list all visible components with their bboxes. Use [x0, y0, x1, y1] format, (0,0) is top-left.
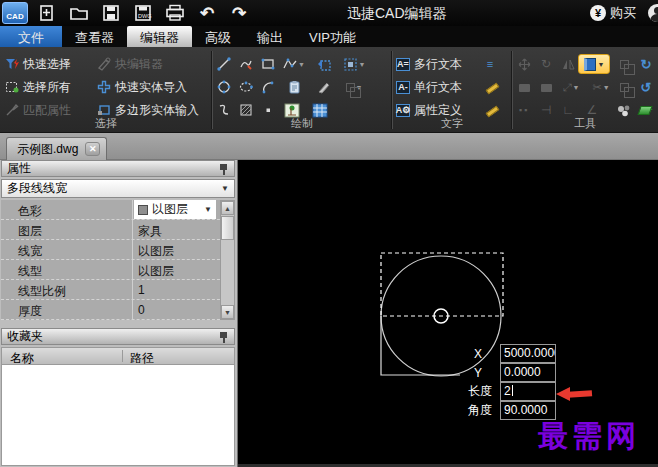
paste-block-button[interactable] — [280, 78, 308, 96]
select-all-button[interactable]: 选择所有 — [4, 78, 71, 96]
color-value-dropdown[interactable]: 以图层 ▼ — [134, 200, 216, 219]
ribbon-group-select: 快速选择 块编辑器 选择所有 快速实体导入 匹配属性 多边形实体输入 — [0, 47, 212, 133]
dropdown-arrow-icon: ▼ — [598, 61, 605, 68]
save-as-button[interactable]: DWG — [130, 2, 156, 24]
multiline-text-button[interactable]: A= 多行文本 — [396, 55, 462, 73]
document-tab[interactable]: 示例图.dwg ✕ — [6, 137, 107, 160]
draw-line-button[interactable] — [214, 55, 234, 73]
create-block-button[interactable]: ▼ — [340, 55, 368, 73]
insert-block-button[interactable] — [314, 55, 334, 73]
selection-rect — [381, 253, 503, 316]
block-editor-label: 块编辑器 — [115, 56, 163, 73]
save-icon — [102, 4, 120, 22]
properties-scrollbar[interactable]: ▲ ▼ — [220, 200, 235, 320]
edit-attribute-icon — [484, 104, 497, 117]
row-label: 线宽 — [1, 240, 133, 259]
edit-text-button[interactable] — [480, 78, 500, 96]
tab-label: 示例图.dwg — [17, 141, 78, 158]
selected-tool-button[interactable]: ▼ — [578, 54, 610, 74]
redo-button[interactable]: ↷ — [226, 2, 252, 24]
menu-advanced[interactable]: 高级 — [192, 26, 244, 47]
pin-icon[interactable] — [219, 331, 229, 343]
table-row-linetype[interactable]: 线型 以图层 — [1, 260, 235, 280]
properties-panel-header: 属性 — [1, 160, 235, 177]
menu-output[interactable]: 输出 — [244, 26, 296, 47]
text-caret — [512, 385, 513, 396]
menu-editor[interactable]: 编辑器 — [127, 26, 192, 47]
tab-close-button[interactable]: ✕ — [85, 142, 100, 156]
save-button[interactable] — [98, 2, 124, 24]
table-row-layer[interactable]: 图层 家具 — [1, 220, 235, 240]
draw-rectangle-button[interactable] — [258, 55, 278, 73]
coord-label-angle: 角度 — [466, 402, 498, 419]
move-button — [514, 55, 534, 73]
buy-label: 购买 — [610, 4, 636, 22]
trim-icon: ✂ — [592, 81, 601, 94]
redo-icon: ↷ — [232, 5, 246, 22]
tool-slot-2-button — [536, 78, 556, 96]
property-type-dropdown[interactable]: 多段线线宽 ▼ — [1, 179, 235, 198]
spline-icon — [217, 103, 231, 117]
buy-button[interactable]: ¥ 购买 — [590, 4, 636, 22]
pin-icon[interactable] — [219, 163, 229, 175]
hatch-icon — [239, 103, 253, 117]
coord-input-y[interactable]: 0.0000 — [500, 363, 556, 382]
group-label-tools: 工具 — [512, 116, 658, 131]
open-file-button[interactable] — [66, 2, 92, 24]
table-row-linetype-scale[interactable]: 线型比例 1 — [1, 280, 235, 300]
window-title: 迅捷CAD编辑器 — [347, 5, 447, 23]
draw-sketch-button[interactable] — [236, 55, 256, 73]
table-row-thickness[interactable]: 厚度 0 — [1, 300, 235, 320]
draw-circle-button[interactable] — [214, 78, 234, 96]
app-logo-icon: CAD — [2, 2, 28, 24]
quick-entity-import-label: 快速实体导入 — [115, 79, 187, 96]
menu-viewer[interactable]: 查看器 — [62, 26, 127, 47]
coord-input-length[interactable]: 2 — [500, 382, 556, 401]
scroll-up-button[interactable]: ▲ — [221, 201, 234, 215]
sync-layout-button[interactable]: ↺ — [636, 78, 656, 96]
mirror-button — [558, 55, 578, 73]
quick-entity-import-button[interactable]: 快速实体导入 — [96, 78, 187, 96]
menu-bar: 文件 查看器 编辑器 高级 输出 VIP功能 — [0, 26, 658, 47]
text-number-button[interactable]: ≡ — [480, 55, 500, 73]
favorites-list[interactable] — [1, 365, 235, 466]
chevron-down-icon: ▼ — [221, 184, 229, 193]
numbering-icon: ≡ — [487, 58, 493, 70]
save-as-icon: DWG — [134, 4, 152, 22]
menu-file[interactable]: 文件 — [0, 26, 62, 47]
undo-button[interactable]: ↶ — [194, 2, 220, 24]
coord-input-x[interactable]: 5000.0000 — [500, 344, 556, 363]
ribbon-group-tools: ↻ ▼ ↻ ⤢▼ ✂▼ ↺ ▪▪ ⊣ ∟ ∠ + 工具 — [512, 47, 658, 133]
drawing-canvas[interactable]: X 5000.0000 Y 0.0000 长度 2 角度 90.0000 最需网 — [238, 160, 658, 467]
layers-icon — [620, 60, 629, 69]
paste-icon — [287, 80, 302, 95]
coord-row-y: Y 0.0000 — [466, 363, 556, 382]
menu-vip[interactable]: VIP功能 — [296, 26, 369, 47]
new-file-button[interactable] — [34, 2, 60, 24]
draw-arc-button[interactable] — [258, 78, 278, 96]
scrollbar-thumb[interactable] — [221, 216, 234, 240]
new-file-icon — [38, 4, 56, 22]
group-label-draw: 绘制 — [212, 116, 392, 131]
sync-blocks-button[interactable]: ↻ — [636, 55, 656, 73]
title-bar: CAD DWG ↶ ↷ 迅捷CAD编辑器 ¥ 购买 — [0, 0, 658, 26]
singleline-text-button[interactable]: A- 单行文本 — [396, 78, 462, 96]
draw-ellipse-button[interactable] — [236, 78, 256, 96]
dropdown-arrow-icon: ▼ — [572, 84, 579, 91]
quick-select-button[interactable]: 快速选择 — [4, 55, 71, 73]
favorites-column-headers: 名称 路径 — [1, 347, 235, 365]
array-icon: ▪▪ — [519, 105, 529, 115]
circle-icon — [217, 80, 231, 94]
ellipse-icon — [239, 80, 253, 94]
notebook-icon — [584, 58, 596, 71]
user-account-icon[interactable] — [648, 4, 658, 22]
print-button[interactable] — [162, 2, 188, 24]
scroll-down-button[interactable]: ▼ — [221, 305, 234, 319]
row-label: 线型 — [1, 260, 133, 279]
point-icon — [261, 103, 275, 117]
table-row-lineweight[interactable]: 线宽 以图层 — [1, 240, 235, 260]
scale-button: ⤢▼ — [558, 78, 584, 96]
hatch-pen-button[interactable] — [314, 78, 334, 96]
draw-polyline-button[interactable]: ▼ — [280, 55, 308, 73]
coord-label-length: 长度 — [466, 383, 498, 400]
